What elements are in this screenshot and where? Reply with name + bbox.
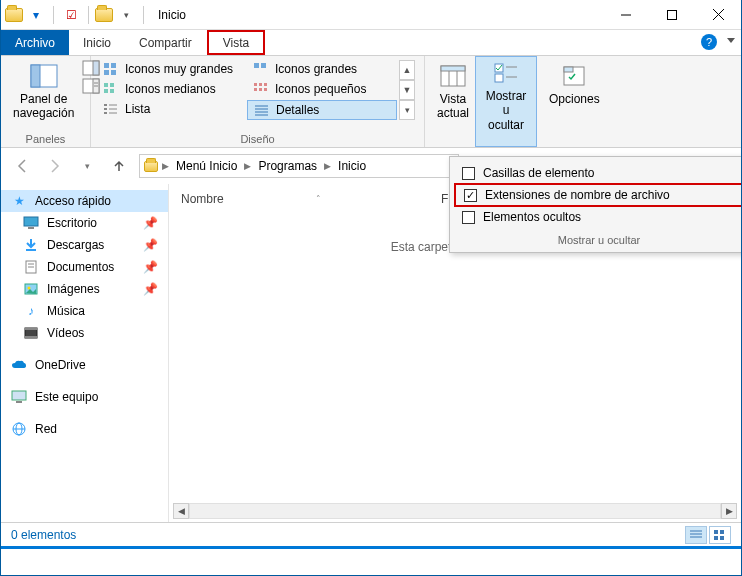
sidebar-item-onedrive[interactable]: OneDrive	[1, 354, 168, 376]
sidebar-item-red[interactable]: Red	[1, 418, 168, 440]
popup-ocultos[interactable]: Elementos ocultos	[454, 207, 742, 227]
view-thumbnails-icon[interactable]	[709, 526, 731, 544]
folder-icon	[144, 161, 158, 172]
mostrar-ocultar-button[interactable]: Mostrar u ocultar	[475, 56, 537, 147]
quick-access-toolbar: ▾ ☑ ▾	[1, 4, 152, 26]
breadcrumb[interactable]: ▶ Menú Inicio ▶ Programas ▶ Inicio	[139, 154, 459, 178]
svg-rect-22	[104, 112, 107, 114]
up-button[interactable]	[107, 154, 131, 178]
tab-archivo[interactable]: Archivo	[1, 30, 69, 55]
status-count: 0 elementos	[11, 528, 76, 542]
svg-rect-43	[495, 74, 503, 82]
sidebar-item-videos[interactable]: Vídeos	[1, 322, 168, 344]
panel-navegacion-button[interactable]: Panel de navegación	[7, 60, 80, 123]
properties-icon[interactable]: ☑	[60, 4, 82, 26]
folder-icon	[5, 8, 23, 22]
opciones-button[interactable]: Opciones	[543, 60, 606, 108]
scroll-up-icon[interactable]: ▲	[399, 60, 415, 80]
group-label-paneles: Paneles	[7, 131, 84, 145]
close-button[interactable]	[695, 0, 741, 30]
crumb-inicio[interactable]: Inicio	[335, 159, 369, 173]
checkbox-checked-icon[interactable]: ✓	[464, 189, 477, 202]
sidebar-item-documentos[interactable]: Documentos📌	[1, 256, 168, 278]
popup-footer: Mostrar u ocultar	[454, 227, 742, 248]
chevron-right-icon[interactable]: ▶	[242, 161, 253, 171]
popup-extensiones[interactable]: ✓ Extensiones de nombre de archivo	[454, 183, 742, 207]
scroll-left-icon[interactable]: ◀	[173, 503, 189, 519]
separator	[143, 6, 144, 24]
minimize-button[interactable]	[603, 0, 649, 30]
sidebar-item-musica[interactable]: ♪Música	[1, 300, 168, 322]
checkbox-unchecked-icon[interactable]	[462, 211, 475, 224]
sidebar-item-escritorio[interactable]: Escritorio📌	[1, 212, 168, 234]
ribbon-group-paneles: Panel de navegación Paneles	[1, 56, 91, 147]
help-icon[interactable]: ?	[701, 34, 717, 50]
download-icon	[23, 237, 39, 253]
column-fecha[interactable]: F	[441, 192, 448, 206]
svg-rect-32	[259, 88, 262, 91]
tab-compartir[interactable]: Compartir	[125, 30, 206, 55]
window-border	[1, 546, 741, 549]
sidebar-label: Este equipo	[35, 390, 98, 404]
sidebar-item-descargas[interactable]: Descargas📌	[1, 234, 168, 256]
network-icon	[11, 421, 27, 437]
svg-rect-33	[264, 88, 267, 91]
checkbox-unchecked-icon[interactable]	[462, 167, 475, 180]
vista-actual-label: Vista actual	[437, 92, 469, 121]
popup-casillas[interactable]: Casillas de elemento	[454, 163, 742, 183]
sidebar-item-este-equipo[interactable]: Este equipo	[1, 386, 168, 408]
scroll-track[interactable]	[189, 503, 721, 519]
panel-nav-icon	[28, 62, 60, 90]
sidebar-item-acceso-rapido[interactable]: ★Acceso rápido	[1, 190, 168, 212]
chevron-right-icon[interactable]: ▶	[322, 161, 333, 171]
sidebar-label: Imágenes	[47, 282, 100, 296]
tab-vista[interactable]: Vista	[207, 30, 265, 55]
video-icon	[23, 325, 39, 341]
view-details-icon[interactable]	[685, 526, 707, 544]
svg-rect-59	[12, 391, 26, 400]
svg-rect-14	[104, 70, 109, 75]
title-bar: ▾ ☑ ▾ Inicio	[1, 0, 741, 30]
qat-dropdown[interactable]: ▾	[25, 4, 47, 26]
forward-button[interactable]	[43, 154, 67, 178]
vista-actual-button[interactable]: Vista actual	[431, 60, 475, 123]
layout-medianos[interactable]: Iconos medianos	[97, 80, 247, 98]
sidebar-label: Descargas	[47, 238, 104, 252]
crumb-programas[interactable]: Programas	[255, 159, 320, 173]
layout-muy-grandes[interactable]: Iconos muy grandes	[97, 60, 247, 78]
crumb-label: Inicio	[338, 159, 366, 173]
svg-rect-57	[25, 328, 37, 330]
layout-label: Iconos medianos	[125, 82, 216, 96]
scroll-right-icon[interactable]: ▶	[721, 503, 737, 519]
window-controls	[603, 0, 741, 30]
column-nombre[interactable]: Nombre˄	[181, 192, 321, 206]
ribbon-collapse-icon[interactable]	[727, 38, 735, 43]
svg-rect-68	[720, 530, 724, 534]
sidebar-label: Escritorio	[47, 216, 97, 230]
layout-grandes[interactable]: Iconos grandes	[247, 60, 397, 78]
sidebar-item-imagenes[interactable]: Imágenes📌	[1, 278, 168, 300]
scroll-more-icon[interactable]: ▾	[399, 100, 415, 120]
crumb-label: Menú Inicio	[176, 159, 237, 173]
scroll-down-icon[interactable]: ▼	[399, 80, 415, 100]
chevron-right-icon[interactable]: ▶	[160, 161, 171, 171]
recent-dropdown[interactable]: ▾	[75, 154, 99, 178]
crumb-menu-inicio[interactable]: Menú Inicio	[173, 159, 240, 173]
layout-pequenos[interactable]: Iconos pequeños	[247, 80, 397, 98]
col-label: Nombre	[181, 192, 224, 206]
maximize-button[interactable]	[649, 0, 695, 30]
tab-inicio[interactable]: Inicio	[69, 30, 125, 55]
layout-label: Iconos grandes	[275, 62, 357, 76]
layout-detalles[interactable]: Detalles	[247, 100, 397, 120]
layout-label: Iconos pequeños	[275, 82, 366, 96]
svg-rect-31	[254, 88, 257, 91]
pictures-icon	[23, 281, 39, 297]
back-button[interactable]	[11, 154, 35, 178]
ribbon-group-vista-actual: Vista actual	[425, 56, 475, 147]
horizontal-scrollbar[interactable]: ◀ ▶	[173, 502, 737, 520]
document-icon	[23, 259, 39, 275]
layout-lista[interactable]: Lista	[97, 100, 247, 118]
star-icon: ★	[11, 193, 27, 209]
qat-dropdown[interactable]: ▾	[115, 4, 137, 26]
svg-rect-1	[668, 10, 677, 19]
